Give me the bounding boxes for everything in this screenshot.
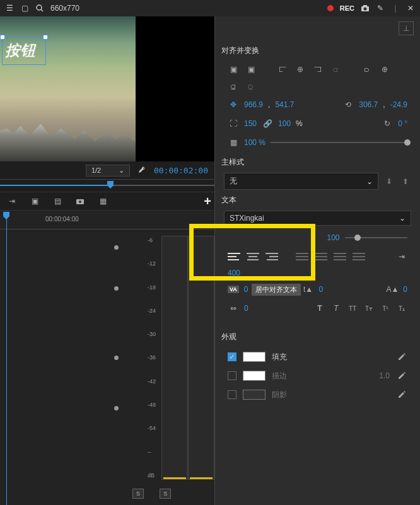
close-icon[interactable]: ✕ <box>406 4 415 13</box>
chevron-down-icon: ⌄ <box>399 214 405 223</box>
text-align-right[interactable] <box>265 252 278 262</box>
svg-line-1 <box>41 9 43 11</box>
dimensions-text: 660x770 <box>50 4 79 13</box>
keyframe-marker[interactable] <box>114 245 119 250</box>
pin-button[interactable]: ⊥ <box>399 21 414 35</box>
pin-icon: ⊥ <box>403 24 409 33</box>
opacity-slider[interactable] <box>271 142 407 143</box>
export-frame-icon[interactable]: ▤ <box>52 195 63 207</box>
anchor-icon: ⟲ <box>342 99 354 110</box>
baseline-icon: A▲ <box>387 284 398 295</box>
camera-icon[interactable] <box>361 4 370 13</box>
font-size[interactable]: 100 <box>327 233 340 242</box>
all-caps-icon[interactable]: TT <box>347 303 358 314</box>
text-justify-all[interactable] <box>353 252 365 262</box>
rotation-icon: ↻ <box>382 118 393 129</box>
push-style-icon[interactable]: ⬇ <box>383 176 395 187</box>
link-icon[interactable]: 🔗 <box>262 118 273 129</box>
eyedropper-icon[interactable] <box>396 389 407 400</box>
keyframe-marker[interactable] <box>114 406 119 410</box>
text-justify-right[interactable] <box>334 252 346 262</box>
align-left-icon[interactable]: ⫍ <box>277 64 288 75</box>
tsume-icon: ⇔ <box>228 303 239 314</box>
solo-button[interactable]: S <box>160 489 171 499</box>
eyedropper-icon[interactable] <box>396 370 407 381</box>
section-master-styles[interactable]: 主样式 <box>221 152 414 173</box>
eyedropper-icon[interactable] <box>396 351 407 363</box>
anchor-x[interactable]: 306.7 <box>359 100 378 109</box>
comparison-icon[interactable]: ▦ <box>97 195 108 207</box>
opacity[interactable]: 100 % <box>244 138 265 147</box>
fill-swatch[interactable] <box>243 352 265 362</box>
title-text[interactable]: 按钮 <box>5 40 35 61</box>
timecode[interactable]: 00:00:02:00 <box>154 166 208 175</box>
overwrite-icon[interactable]: ▣ <box>29 195 40 207</box>
align-box-left-icon[interactable]: ▣ <box>228 64 239 75</box>
shadow-checkbox[interactable] <box>228 390 236 399</box>
section-appearance[interactable]: 外观 <box>221 327 414 347</box>
tsume[interactable]: 0 <box>244 304 248 313</box>
align-box-right-icon[interactable]: ▣ <box>245 64 257 75</box>
position-y[interactable]: 541.7 <box>275 100 294 109</box>
distribute-v-icon: ⫒ <box>245 81 257 93</box>
superscript-icon[interactable]: T¹ <box>380 303 391 314</box>
search-icon[interactable] <box>35 4 44 13</box>
window-icon[interactable]: ▢ <box>20 4 29 13</box>
keyframe-marker[interactable] <box>114 356 119 360</box>
leading[interactable]: 0 <box>319 285 324 294</box>
subscript-icon[interactable]: T₁ <box>396 303 407 314</box>
faux-italic-icon[interactable]: T <box>330 303 342 314</box>
rotation[interactable]: 0 ° <box>398 119 407 128</box>
text-justify-center[interactable] <box>315 252 327 262</box>
stroke-width[interactable]: 1.0 <box>379 371 390 380</box>
style-select[interactable]: 无 ⌄ <box>224 173 378 190</box>
baseline[interactable]: 0 <box>403 285 407 294</box>
align-vcenter-icon[interactable]: ⊕ <box>379 64 390 75</box>
align-top-icon[interactable]: ⫐ <box>361 64 373 75</box>
chevron-down-icon: ⌄ <box>119 166 124 175</box>
divider: | <box>391 4 400 13</box>
shadow-label: 阴影 <box>272 390 287 400</box>
font-select[interactable]: STXingkai ⌄ <box>224 211 411 226</box>
leading-icon: t▲ <box>303 284 314 295</box>
scale-w[interactable]: 150 <box>244 119 257 128</box>
faux-bold-icon[interactable]: T <box>314 303 325 314</box>
snapshot-icon[interactable] <box>74 195 86 207</box>
fill-checkbox[interactable]: ✓ <box>228 352 236 361</box>
align-bottom-icon[interactable]: ⫑ <box>228 81 239 93</box>
playhead-icon[interactable] <box>107 181 114 189</box>
text-justify-left[interactable] <box>296 252 308 262</box>
stroke-swatch[interactable] <box>243 371 265 381</box>
wrench-icon[interactable] <box>137 166 146 175</box>
zoom-dropdown[interactable]: 1/2 ⌄ <box>86 165 130 177</box>
align-hcenter-icon[interactable]: ⊕ <box>295 64 306 75</box>
small-caps-icon[interactable]: Tᴛ <box>363 303 375 314</box>
text-align-left[interactable] <box>228 252 240 262</box>
tracking[interactable]: 0 <box>244 285 248 294</box>
timeline-tracks[interactable]: -6 -12 -18 -24 -30 -36 -42 -48 -54 -- dB <box>132 211 214 505</box>
insert-icon[interactable]: ⇥ <box>6 195 18 207</box>
va-icon: VA <box>228 286 239 293</box>
solo-button[interactable]: S <box>132 489 144 499</box>
program-monitor[interactable]: 按钮 <box>0 16 214 161</box>
pull-style-icon[interactable]: ⬆ <box>400 176 411 187</box>
add-button[interactable]: + <box>204 194 211 209</box>
position-x[interactable]: 966.9 <box>244 100 263 109</box>
track-headers[interactable]: 00:00:04:00 <box>0 211 132 505</box>
record-label: REC <box>340 4 354 12</box>
svg-rect-3 <box>363 5 367 7</box>
text-align-center[interactable] <box>247 252 259 262</box>
section-align-transform[interactable]: 对齐并变换 <box>221 40 414 61</box>
keyframe-marker[interactable] <box>114 286 119 291</box>
stroke-checkbox[interactable] <box>228 371 236 380</box>
size-slider[interactable] <box>345 237 407 238</box>
edit-icon[interactable]: ✎ <box>376 4 385 13</box>
kerning[interactable]: 400 <box>228 269 240 277</box>
align-right-icon[interactable]: ⫎ <box>312 64 324 75</box>
scrubber[interactable] <box>0 179 214 192</box>
menu-icon[interactable]: ☰ <box>5 4 14 13</box>
section-text[interactable]: 文本 <box>221 190 414 211</box>
anchor-y[interactable]: -24.9 <box>390 100 407 109</box>
shadow-swatch[interactable] <box>243 390 265 400</box>
scale-h[interactable]: 100 <box>278 119 291 128</box>
